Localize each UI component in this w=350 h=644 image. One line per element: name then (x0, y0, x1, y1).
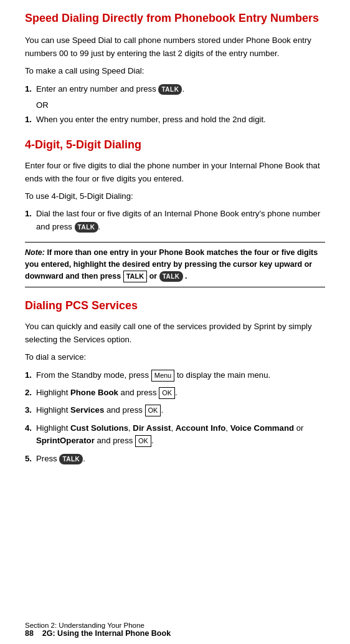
services-label: Services (70, 405, 104, 415)
note-end: . (185, 272, 187, 281)
service-step-3-content: Highlight Services and press OK. (36, 404, 325, 416)
dial-step-1-num: 1. (25, 208, 36, 233)
service-step-4: 4. Highlight Cust Solutions, Dir Assist,… (25, 422, 325, 448)
step-1a-suffix: . (182, 84, 184, 94)
step-1a-num: 1. (25, 83, 36, 95)
note-box: Note: If more than one entry in your Pho… (25, 242, 325, 287)
talk-button-2: TALK (75, 222, 98, 233)
step-1b-num: 1. (25, 113, 36, 126)
footer-section-label: Section 2: Understanding Your Phone (25, 622, 171, 629)
note-or: or (149, 272, 158, 281)
step-1a: 1. Enter an entry number and press TALK. (25, 83, 325, 95)
or-label: OR (36, 100, 325, 110)
service-step-4-num: 4. (25, 422, 36, 448)
key-menu: Menu (151, 370, 175, 382)
dial-step-1-content: Dial the last four or five digits of an … (36, 208, 325, 233)
step-1a-content: Enter an entry number and press TALK. (36, 83, 325, 95)
dial-step-1-suffix: . (98, 222, 101, 231)
talk-button-1: TALK (158, 84, 182, 95)
dial-step-1: 1. Dial the last four or five digits of … (25, 208, 325, 233)
service-step-1-content: From the Standby mode, press Menu to dis… (36, 369, 325, 382)
footer-left: Section 2: Understanding Your Phone 88 2… (25, 622, 171, 638)
footer-page-num: 88 (25, 629, 34, 638)
phone-book-label: Phone Book (70, 388, 118, 397)
section2-intro: Enter four or five digits to dial the ph… (25, 160, 325, 185)
service-step-4-content: Highlight Cust Solutions, Dir Assist, Ac… (36, 422, 325, 448)
section3-title: Dialing PCS Services (25, 299, 325, 313)
service-step-2: 2. Highlight Phone Book and press OK. (25, 387, 325, 399)
to-make-call-label: To make a call using Speed Dial: (25, 65, 325, 77)
section2-title: 4-Digit, 5-Digit Dialing (25, 138, 325, 152)
talk-button-note: TALK (159, 271, 183, 282)
footer-chapter-label: 2G: Using the Internal Phone Book (42, 629, 171, 638)
key-talk-box-1: TALK (123, 271, 148, 282)
section3-intro: You can quickly and easily call one of t… (25, 320, 325, 346)
note-key-talk-1: TALK (123, 272, 149, 281)
voice-command-label: Voice Command (230, 423, 294, 433)
step-1b: 1. When you enter the entry number, pres… (25, 113, 325, 126)
note-key-talk-2: TALK (159, 272, 185, 281)
cust-solutions-label: Cust Solutions (70, 423, 128, 433)
key-ok-2: OK (145, 405, 161, 416)
service-step-3: 3. Highlight Services and press OK. (25, 404, 325, 416)
key-ok-3: OK (135, 435, 151, 447)
to-dial-label: To dial a service: (25, 351, 325, 363)
footer-page-chapter: 88 2G: Using the Internal Phone Book (25, 629, 171, 638)
to-use-label: To use 4-Digit, 5-Digit Dialing: (25, 190, 325, 203)
page-footer: Section 2: Understanding Your Phone 88 2… (0, 618, 350, 644)
page-content: Speed Dialing Directly from Phonebook En… (0, 0, 350, 507)
service-step-2-content: Highlight Phone Book and press OK. (36, 387, 325, 399)
main-title: Speed Dialing Directly from Phonebook En… (25, 11, 325, 26)
service-step-1: 1. From the Standby mode, press Menu to … (25, 369, 325, 382)
service-step-1-num: 1. (25, 369, 36, 382)
key-ok-1: OK (159, 387, 175, 399)
service-step-5-content: Press TALK. (36, 453, 325, 465)
dir-assist-label: Dir Assist (133, 423, 171, 433)
service-step-5: 5. Press TALK. (25, 453, 325, 465)
intro-text: You can use Speed Dial to call phone num… (25, 34, 325, 60)
service-step-5-num: 5. (25, 453, 36, 465)
service-step-2-num: 2. (25, 387, 36, 399)
footer-row: Section 2: Understanding Your Phone 88 2… (25, 622, 325, 638)
note-label: Note: (25, 248, 45, 257)
step-1a-text: Enter an entry number and press (36, 84, 156, 94)
service-step-3-num: 3. (25, 404, 36, 416)
sprint-operator-label: SprintOperator (36, 436, 95, 445)
account-info-label: Account Info (176, 423, 226, 433)
step-1b-content: When you enter the entry number, press a… (36, 113, 325, 126)
talk-button-3: TALK (59, 454, 83, 465)
